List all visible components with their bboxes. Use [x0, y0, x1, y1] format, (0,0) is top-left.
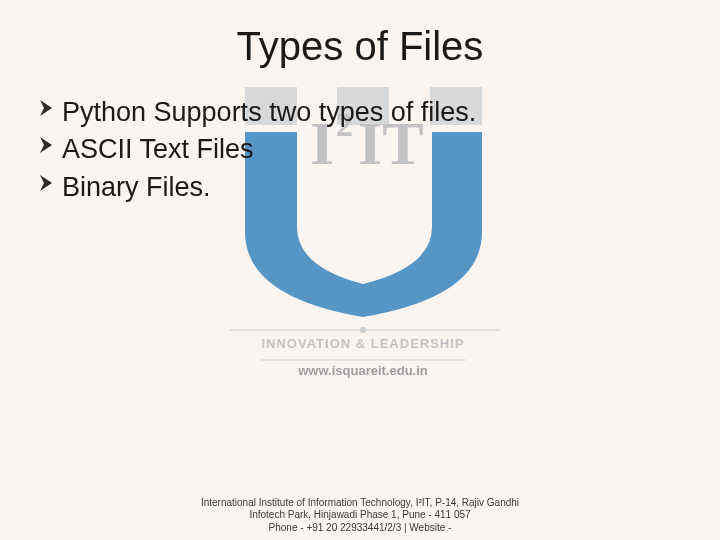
footer-line: Phone - +91 20 22933441/2/3 | Website - — [200, 522, 520, 535]
arrow-bullet-icon — [38, 171, 56, 195]
bullet-text: Python Supports two types of files. — [62, 94, 476, 131]
list-item: ASCII Text Files — [38, 131, 678, 168]
tagline-text: INNOVATION & LEADERSHIP — [261, 336, 464, 351]
slide: I 2 IT INNOVATION & LEADERSHIP www.isqua… — [0, 0, 720, 540]
url-text: www.isquareit.edu.in — [297, 363, 428, 378]
svg-point-7 — [360, 327, 366, 333]
list-item: Python Supports two types of files. — [38, 94, 678, 131]
list-item: Binary Files. — [38, 169, 678, 206]
arrow-bullet-icon — [38, 96, 56, 120]
slide-title: Types of Files — [0, 24, 720, 69]
footer-line: International Institute of Information T… — [200, 497, 520, 522]
bullet-text: Binary Files. — [62, 169, 211, 206]
bullet-text: ASCII Text Files — [62, 131, 254, 168]
slide-footer: International Institute of Information T… — [0, 497, 720, 535]
arrow-bullet-icon — [38, 133, 56, 157]
bullet-list: Python Supports two types of files. ASCI… — [38, 94, 678, 206]
